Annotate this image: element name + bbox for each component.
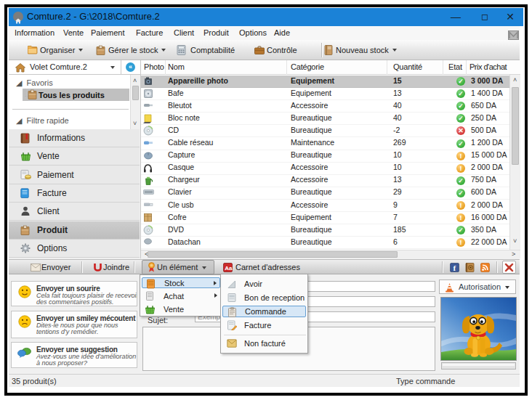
svg-text:Aa: Aa: [225, 265, 233, 272]
svg-text:f: f: [454, 264, 456, 272]
